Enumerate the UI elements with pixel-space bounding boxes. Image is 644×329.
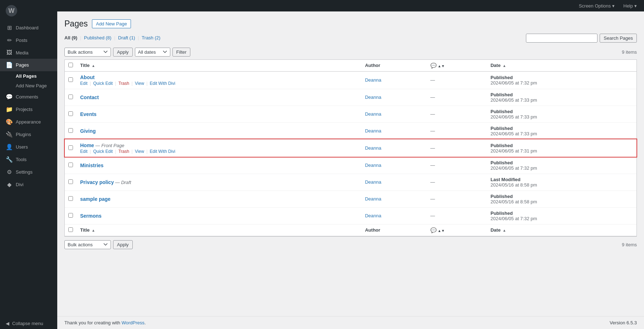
sidebar-item-users[interactable]: 👤 Users — [0, 141, 57, 153]
action-separator: | — [130, 149, 134, 154]
sidebar-item-media[interactable]: 🖼 Media — [0, 47, 57, 59]
page-title-link[interactable]: Ministries — [80, 163, 103, 168]
filter-draft[interactable]: Draft (1) — [118, 35, 135, 40]
media-icon: 🖼 — [6, 49, 13, 56]
page-title-link[interactable]: About — [80, 74, 94, 80]
row-checkbox[interactable] — [68, 145, 73, 150]
wordpress-link[interactable]: WordPress — [122, 320, 145, 325]
filter-button[interactable]: Filter — [172, 48, 191, 57]
author-link[interactable]: Deanna — [365, 145, 381, 151]
page-title-link[interactable]: sample page — [80, 196, 111, 202]
row-action-view[interactable]: View — [135, 81, 144, 86]
row-action-trash[interactable]: Trash — [118, 149, 129, 154]
date-column-header[interactable]: Date ▲ — [487, 60, 636, 72]
page-title-link[interactable]: Home — [80, 142, 94, 148]
select-all-checkbox[interactable] — [68, 63, 73, 67]
title-column-header[interactable]: Title ▲ — [77, 60, 361, 72]
sidebar-item-pages[interactable]: 📄 Pages — [0, 59, 57, 71]
comments-footer-col[interactable]: 💬 ▲▼ — [427, 224, 487, 236]
sidebar-item-comments[interactable]: 💬 Comments — [0, 91, 57, 103]
sidebar-item-label: Plugins — [16, 132, 31, 137]
sidebar-item-dashboard[interactable]: ⊞ Dashboard — [0, 21, 57, 34]
row-action-trash[interactable]: Trash — [118, 81, 129, 86]
bulk-actions-select-bottom[interactable]: Bulk actions Edit Move to Trash — [64, 240, 111, 249]
filter-links: All (9) | Published (8) | Draft (1) | Tr… — [64, 35, 160, 40]
row-checkbox[interactable] — [68, 95, 73, 99]
filter-all[interactable]: All (9) — [64, 35, 77, 40]
select-all-footer-checkbox[interactable] — [68, 227, 73, 232]
row-action-divi-edit[interactable]: Edit With Divi — [150, 149, 175, 154]
page-title-link[interactable]: Events — [80, 111, 97, 117]
row-checkbox[interactable] — [68, 196, 73, 201]
help-label: Help — [623, 3, 633, 9]
author-link[interactable]: Deanna — [365, 77, 381, 83]
sidebar-item-settings[interactable]: ⚙ Settings — [0, 166, 57, 178]
screen-options-button[interactable]: Screen Options ▾ — [576, 2, 618, 10]
page-title-link[interactable]: Giving — [80, 128, 96, 134]
date-footer-col[interactable]: Date ▲ — [487, 224, 636, 236]
row-action-edit[interactable]: Edit — [80, 81, 88, 86]
author-link[interactable]: Deanna — [365, 128, 381, 134]
row-checkbox[interactable] — [68, 179, 73, 184]
row-action-view[interactable]: View — [135, 149, 144, 154]
sidebar-sub-item-add-new-page[interactable]: Add New Page — [0, 81, 57, 91]
sidebar-item-plugins[interactable]: 🔌 Plugins — [0, 128, 57, 141]
author-link[interactable]: Deanna — [365, 163, 381, 168]
page-title-link[interactable]: Privacy policy — [80, 179, 114, 185]
row-checkbox[interactable] — [68, 77, 73, 82]
date-value: 2024/06/05 at 7:32 pm — [491, 216, 537, 221]
row-checkbox-cell — [65, 106, 77, 122]
row-checkbox[interactable] — [68, 163, 73, 167]
title-footer-col[interactable]: Title ▲ — [77, 224, 361, 236]
sidebar-item-tools[interactable]: 🔧 Tools — [0, 153, 57, 166]
row-action-quick-edit[interactable]: Quick Edit — [93, 81, 113, 86]
comments-icon-header: 💬 — [430, 63, 436, 68]
apply-button-bottom[interactable]: Apply — [113, 240, 133, 249]
author-link[interactable]: Deanna — [365, 213, 381, 218]
row-action-quick-edit[interactable]: Quick Edit — [93, 149, 113, 154]
apply-button-top[interactable]: Apply — [113, 48, 133, 57]
author-link[interactable]: Deanna — [365, 179, 381, 185]
bulk-actions-select-top[interactable]: Bulk actions Edit Move to Trash — [64, 48, 111, 57]
search-area: Search Pages — [526, 34, 637, 43]
row-action-divi-edit[interactable]: Edit With Divi — [150, 81, 175, 86]
sidebar-item-label: Tools — [16, 157, 26, 162]
add-new-page-button[interactable]: Add New Page — [92, 19, 131, 28]
row-date-cell: Published2024/06/05 at 7:32 pm — [487, 71, 636, 89]
sidebar-item-posts[interactable]: ✏ Posts — [0, 34, 57, 47]
sidebar-item-divi[interactable]: ◆ Divi — [0, 178, 57, 191]
row-checkbox[interactable] — [68, 128, 73, 133]
author-link[interactable]: Deanna — [365, 111, 381, 117]
row-action-edit[interactable]: Edit — [80, 149, 88, 154]
filter-trash[interactable]: Trash (2) — [142, 35, 160, 40]
appearance-icon: 🎨 — [6, 118, 13, 125]
search-input[interactable] — [526, 34, 597, 43]
date-filter-select[interactable]: All dates June 2024 May 2024 — [135, 48, 170, 57]
date-value: 2024/05/16 at 8:58 pm — [491, 182, 537, 188]
action-separator: | — [114, 149, 117, 154]
sidebar-item-label: Projects — [16, 107, 33, 112]
content-area: Pages Add New Page All (9) | Published (… — [57, 11, 644, 316]
row-date-cell: Published2024/06/05 at 7:32 pm — [487, 157, 636, 174]
author-link[interactable]: Deanna — [365, 196, 381, 202]
row-date-cell: Published2024/06/05 at 7:33 pm — [487, 122, 636, 139]
help-button[interactable]: Help ▾ — [620, 2, 640, 10]
date-status: Published — [491, 143, 513, 148]
select-all-column — [65, 60, 77, 72]
row-checkbox[interactable] — [68, 213, 73, 218]
page-title-link[interactable]: Contact — [80, 95, 99, 100]
sidebar-item-projects[interactable]: 📁 Projects — [0, 103, 57, 116]
filter-published[interactable]: Published (8) — [84, 35, 112, 40]
row-date-cell: Published2024/06/05 at 7:33 pm — [487, 89, 636, 106]
date-status: Published — [491, 194, 513, 199]
row-checkbox[interactable] — [68, 111, 73, 116]
sidebar-item-appearance[interactable]: 🎨 Appearance — [0, 116, 57, 128]
collapse-menu-button[interactable]: ◀ Collapse menu — [0, 318, 57, 329]
search-pages-button[interactable]: Search Pages — [600, 34, 637, 43]
projects-icon: 📁 — [6, 106, 13, 113]
comments-column-header[interactable]: 💬 ▲▼ — [427, 60, 487, 72]
row-date-cell: Last Modified2024/05/16 at 8:58 pm — [487, 174, 636, 190]
author-link[interactable]: Deanna — [365, 95, 381, 100]
page-title-link[interactable]: Sermons — [80, 213, 102, 219]
sidebar-sub-item-all-pages[interactable]: All Pages — [0, 71, 57, 81]
